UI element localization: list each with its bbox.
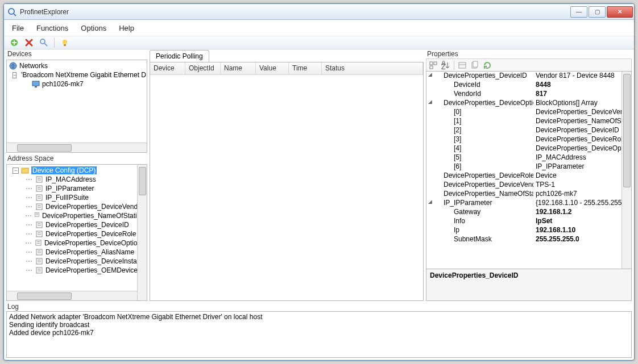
property-row[interactable]: ◢IP_IPParameter{192.168.1.10 - 255.255.2…	[426, 199, 622, 208]
menu-file[interactable]: File	[12, 24, 24, 32]
property-row[interactable]: [2]DeviceProperties_DeviceID	[426, 126, 622, 135]
property-row[interactable]: DeviceProperties_NameOfStationpch1026-mk…	[426, 190, 622, 199]
tree-item[interactable]: ⋯DeviceProperties_DeviceOptions	[9, 239, 144, 248]
tree-branch-icon: ⋯	[25, 257, 33, 265]
property-value[interactable]: TPS-1	[533, 181, 622, 190]
property-leaf-icon	[35, 194, 43, 202]
tree-adapter[interactable]: 'Broadcom NetXtreme Gigabit Ethernet D	[21, 71, 146, 79]
property-value[interactable]: 817	[533, 90, 622, 99]
add-icon[interactable]	[10, 38, 19, 47]
lightbulb-icon[interactable]	[60, 38, 69, 47]
property-value[interactable]: 192.168.1.2	[533, 208, 622, 217]
property-row[interactable]: [6]IP_IPParameter	[426, 162, 622, 171]
h-scrollbar[interactable]	[7, 143, 147, 152]
property-grid[interactable]: ◢DeviceProperties_DeviceIDVendor 817 - D…	[426, 71, 632, 269]
tree-root-dcp[interactable]: Device Config (DCP)	[31, 166, 97, 174]
col-device[interactable]: Device	[150, 62, 185, 74]
address-space-tree[interactable]: − Device Config (DCP) ⋯IP_MACAddress⋯IP_…	[6, 164, 147, 301]
property-row[interactable]: [4]DeviceProperties_DeviceOptions	[426, 144, 622, 153]
sort-icon[interactable]: AZ	[441, 61, 450, 70]
property-row[interactable]: InfoIpSet	[426, 217, 622, 226]
property-leaf-icon	[35, 257, 43, 265]
properties-icon[interactable]	[458, 61, 467, 70]
tree-item[interactable]: ⋯IP_FullIPSuite	[9, 193, 144, 202]
property-row[interactable]: DeviceProperties_DeviceVendorTPS-1	[426, 181, 622, 190]
svg-point-0	[9, 9, 14, 14]
delete-icon[interactable]	[24, 38, 34, 47]
chevron-down-icon[interactable]: ◢	[426, 199, 433, 208]
tree-device[interactable]: pch1026-mk7	[42, 80, 84, 88]
col-value[interactable]: Value	[256, 62, 289, 74]
property-value[interactable]: BlockOptions[] Array	[533, 99, 622, 108]
property-row[interactable]: Gateway192.168.1.2	[426, 208, 622, 217]
property-value[interactable]: DeviceProperties_DeviceID	[533, 126, 622, 135]
devices-tree[interactable]: Networks − 'Broadcom NetXtreme Gigabit E…	[6, 60, 147, 153]
tree-branch-icon: ⋯	[25, 239, 32, 247]
property-row[interactable]: VendorId817	[426, 90, 622, 99]
menu-options[interactable]: Options	[81, 24, 106, 32]
property-name: [0]	[433, 108, 533, 117]
tree-item[interactable]: ⋯DeviceProperties_DeviceRole	[9, 229, 144, 239]
col-status[interactable]: Status	[322, 62, 423, 74]
tree-item-label: DeviceProperties_DeviceVendor	[45, 203, 144, 211]
property-value[interactable]: Device	[533, 171, 622, 181]
col-objectid[interactable]: ObjectId	[185, 62, 221, 74]
tree-item-label: DeviceProperties_DeviceID	[45, 221, 129, 229]
property-value[interactable]: DeviceProperties_DeviceRole	[533, 135, 622, 144]
close-button[interactable]: ✕	[607, 6, 633, 18]
property-value[interactable]: {192.168.1.10 - 255.255.255.0 - 192.1	[533, 199, 622, 208]
minimize-button[interactable]: —	[570, 6, 587, 18]
property-row[interactable]: ◢DeviceProperties_DeviceOptionsBlockOpti…	[426, 99, 622, 108]
property-row[interactable]: DeviceId8448	[426, 81, 622, 90]
property-value[interactable]: 192.168.1.10	[533, 226, 622, 235]
v-scrollbar[interactable]	[137, 165, 147, 300]
v-scrollbar[interactable]	[622, 72, 631, 269]
property-row[interactable]: SubnetMask255.255.255.0	[426, 235, 622, 244]
tree-item[interactable]: ⋯DeviceProperties_DeviceVendor	[9, 202, 144, 211]
property-value[interactable]: 8448	[533, 81, 622, 90]
collapse-icon[interactable]: −	[13, 72, 16, 78]
property-row[interactable]: [1]DeviceProperties_NameOfStation	[426, 117, 622, 126]
svg-text:Z: Z	[441, 63, 445, 70]
property-row[interactable]: [0]DeviceProperties_DeviceVendor	[426, 108, 622, 117]
tree-item[interactable]: ⋯IP_IPParameter	[9, 184, 144, 193]
property-value[interactable]: DeviceProperties_NameOfStation	[533, 117, 622, 126]
tree-item-label: DeviceProperties_DeviceRole	[45, 230, 136, 238]
menu-functions[interactable]: Functions	[36, 24, 68, 32]
refresh-icon[interactable]	[483, 61, 492, 70]
tree-item[interactable]: ⋯DeviceProperties_OEMDeviceID	[9, 266, 144, 275]
search-icon[interactable]	[39, 38, 48, 47]
h-scrollbar[interactable]	[7, 291, 137, 300]
tree-item[interactable]: ⋯IP_MACAddress	[9, 175, 144, 184]
titlebar[interactable]: ProfinetExplorer — ▢ ✕	[4, 4, 634, 20]
chevron-down-icon[interactable]: ◢	[426, 72, 433, 81]
tree-item[interactable]: ⋯DeviceProperties_DeviceInstanc	[9, 257, 144, 266]
menu-help[interactable]: Help	[119, 24, 134, 32]
property-row[interactable]: Ip192.168.1.10	[426, 226, 622, 235]
property-row[interactable]: [3]DeviceProperties_DeviceRole	[426, 135, 622, 144]
tab-periodic-polling[interactable]: Periodic Polling	[150, 50, 209, 62]
property-row[interactable]: DeviceProperties_DeviceRoleDevice	[426, 171, 622, 181]
col-name[interactable]: Name	[221, 62, 256, 74]
property-value[interactable]: IP_MACAddress	[533, 153, 622, 162]
categorize-icon[interactable]	[429, 61, 438, 70]
tree-item[interactable]: ⋯DeviceProperties_AliasName	[9, 248, 144, 257]
property-value[interactable]: DeviceProperties_DeviceVendor	[533, 108, 622, 117]
property-value[interactable]: pch1026-mk7	[533, 190, 622, 199]
chevron-down-icon[interactable]: ◢	[426, 99, 433, 108]
collapse-icon[interactable]: −	[13, 168, 19, 174]
property-value[interactable]: Vendor 817 - Device 8448	[533, 72, 622, 81]
tree-root-networks[interactable]: Networks	[19, 62, 48, 70]
tree-item[interactable]: ⋯DeviceProperties_NameOfStation	[9, 211, 144, 220]
property-value[interactable]: IpSet	[533, 217, 622, 226]
col-time[interactable]: Time	[289, 62, 322, 74]
property-value[interactable]: 255.255.255.0	[533, 235, 622, 244]
log-output[interactable]: Added Network adapter 'Broadcom NetXtrem…	[6, 311, 632, 358]
property-value[interactable]: DeviceProperties_DeviceOptions	[533, 144, 622, 153]
property-row[interactable]: [5]IP_MACAddress	[426, 153, 622, 162]
property-value[interactable]: IP_IPParameter	[533, 162, 622, 171]
property-row[interactable]: ◢DeviceProperties_DeviceIDVendor 817 - D…	[426, 72, 622, 81]
copy-icon[interactable]	[470, 61, 479, 70]
maximize-button[interactable]: ▢	[589, 6, 606, 18]
tree-item[interactable]: ⋯DeviceProperties_DeviceID	[9, 220, 144, 229]
